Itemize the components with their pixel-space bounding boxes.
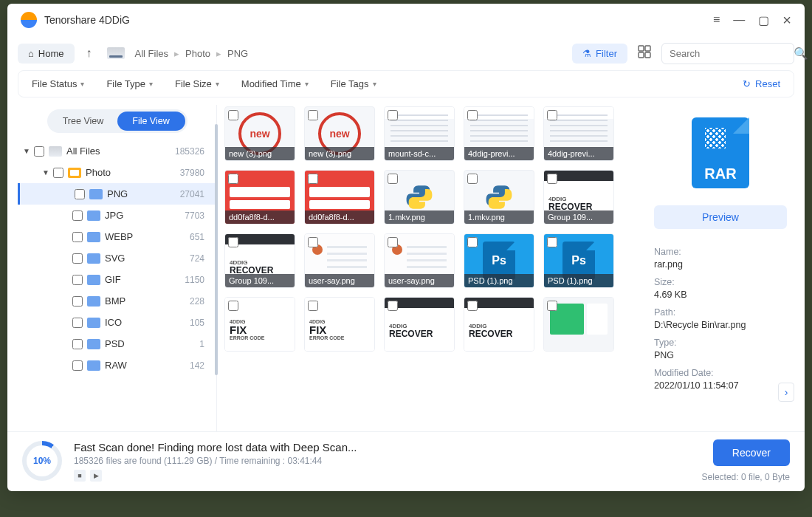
tree-checkbox[interactable] xyxy=(72,296,83,307)
tree-row-raw[interactable]: RAW142 xyxy=(18,355,216,376)
tree-checkbox[interactable] xyxy=(72,318,83,328)
tree-row-psd[interactable]: PSD1 xyxy=(18,333,216,355)
filter-file-size[interactable]: File Size▾ xyxy=(175,78,219,89)
up-button[interactable]: ↑ xyxy=(80,44,98,63)
thumbnail[interactable]: dd0fa8f8-d... xyxy=(304,170,375,225)
thumb-checkbox[interactable] xyxy=(228,110,238,120)
thumbnail[interactable]: newnew (3).png xyxy=(224,106,295,161)
stop-scan-button[interactable]: ■ xyxy=(74,470,86,482)
file-tree: ▼All Files185326▼Photo37980PNG27041JPG77… xyxy=(18,140,216,431)
thumb-checkbox[interactable] xyxy=(547,110,557,120)
tree-row-gif[interactable]: GIF1150 xyxy=(18,269,216,290)
thumb-checkbox[interactable] xyxy=(467,174,478,184)
thumbnail[interactable]: dd0fa8f8-d... xyxy=(224,170,295,225)
tree-row-bmp[interactable]: BMP228 xyxy=(18,290,216,312)
tree-checkbox[interactable] xyxy=(53,168,63,178)
thumbnail[interactable]: 4DDIGRECOVERGroup 109... xyxy=(224,233,295,288)
thumbnail[interactable]: 4ddig-previ... xyxy=(543,106,614,161)
thumb-checkbox[interactable] xyxy=(388,174,398,184)
expand-icon[interactable]: ▼ xyxy=(41,168,50,177)
filter-file-tags[interactable]: File Tags▾ xyxy=(331,78,376,89)
thumb-checkbox[interactable] xyxy=(228,301,238,311)
thumb-checkbox[interactable] xyxy=(388,237,398,247)
preview-button[interactable]: Preview xyxy=(654,205,787,229)
filter-file-status[interactable]: File Status▾ xyxy=(32,78,84,89)
home-button[interactable]: ⌂ Home xyxy=(18,44,75,64)
tree-row-photo[interactable]: ▼Photo37980 xyxy=(18,162,216,183)
maximize-icon[interactable]: ▢ xyxy=(758,13,769,27)
reset-button[interactable]: ↻ Reset xyxy=(743,78,780,89)
grid-icon xyxy=(638,45,651,58)
tree-checkbox[interactable] xyxy=(72,253,83,264)
tree-count: 1150 xyxy=(185,275,210,285)
thumb-checkbox[interactable] xyxy=(547,237,557,247)
tree-checkbox[interactable] xyxy=(72,275,83,285)
thumb-checkbox[interactable] xyxy=(388,110,398,120)
next-button[interactable]: › xyxy=(778,383,794,402)
preview-panel: RAR Preview Name: rar.png Size: 4.69 KB … xyxy=(647,105,794,431)
tree-row-all-files[interactable]: ▼All Files185326 xyxy=(18,140,216,162)
thumb-checkbox[interactable] xyxy=(547,301,557,311)
thumb-checkbox[interactable] xyxy=(308,110,318,120)
tree-row-svg[interactable]: SVG724 xyxy=(18,247,216,269)
tree-checkbox[interactable] xyxy=(72,339,83,349)
thumbnail[interactable]: newnew (3).png xyxy=(304,106,375,161)
thumbnail[interactable]: PsPSD (1).png xyxy=(543,233,614,288)
tree-checkbox[interactable] xyxy=(34,146,44,157)
thumbnail[interactable]: 4ddig-previ... xyxy=(464,106,534,161)
search-box[interactable]: 🔍 xyxy=(661,43,794,64)
folder-icon xyxy=(87,210,100,221)
thumb-checkbox[interactable] xyxy=(308,174,318,184)
tree-checkbox[interactable] xyxy=(72,232,83,242)
thumbnail[interactable]: 4DDIGFIXERROR CODE xyxy=(224,297,295,352)
close-icon[interactable]: × xyxy=(782,12,791,29)
tree-row-webp[interactable]: WEBP651 xyxy=(18,226,216,247)
thumbnail[interactable]: user-say.png xyxy=(384,233,455,288)
recover-button[interactable]: Recover xyxy=(713,439,790,466)
thumb-checkbox[interactable] xyxy=(308,237,318,247)
crumb-photo[interactable]: Photo xyxy=(185,48,210,59)
expand-icon[interactable]: ▼ xyxy=(22,147,31,155)
filter-file-type[interactable]: File Type▾ xyxy=(106,78,153,89)
thumbnail[interactable]: 4DDIGRECOVERGroup 109... xyxy=(543,170,614,225)
thumbnail[interactable]: user-say.png xyxy=(304,233,375,288)
thumb-checkbox[interactable] xyxy=(467,237,478,247)
thumbnail[interactable]: PsPSD (1).png xyxy=(464,233,534,288)
tree-checkbox[interactable] xyxy=(72,360,83,371)
thumbnail-grid-wrap: newnew (3).pngnewnew (3).pngmount-sd-c..… xyxy=(224,105,639,431)
tree-label: GIF xyxy=(105,274,121,285)
tree-row-ico[interactable]: ICO105 xyxy=(18,312,216,333)
tree-row-jpg[interactable]: JPG7703 xyxy=(18,205,216,226)
search-input[interactable] xyxy=(670,48,794,59)
file-view-button[interactable]: File View xyxy=(117,112,185,131)
thumbnail[interactable] xyxy=(543,297,614,352)
minimize-icon[interactable]: — xyxy=(733,13,745,27)
crumb-png[interactable]: PNG xyxy=(227,48,248,59)
thumbnail[interactable]: 1.mkv.png xyxy=(384,170,455,225)
thumb-checkbox[interactable] xyxy=(228,174,238,184)
thumbnail[interactable]: 4DDIGRECOVER xyxy=(384,297,455,352)
menu-icon[interactable]: ≡ xyxy=(713,13,720,27)
thumb-checkbox[interactable] xyxy=(467,301,478,311)
tree-row-png[interactable]: PNG27041 xyxy=(18,183,216,205)
folder-icon xyxy=(87,360,100,371)
thumb-checkbox[interactable] xyxy=(388,301,398,311)
crumb-all-files[interactable]: All Files xyxy=(135,48,169,59)
tree-view-button[interactable]: Tree View xyxy=(49,112,117,131)
thumb-checkbox[interactable] xyxy=(308,301,318,311)
thumbnail[interactable]: 1.mkv.png xyxy=(464,170,534,225)
play-scan-button[interactable]: ▶ xyxy=(90,470,102,482)
filter-modified-time[interactable]: Modified Time▾ xyxy=(241,78,309,89)
thumbnail[interactable]: 4DDIGRECOVER xyxy=(464,297,534,352)
tree-checkbox[interactable] xyxy=(72,210,83,221)
thumb-caption: new (3).png xyxy=(225,147,295,160)
grid-view-button[interactable] xyxy=(633,41,656,66)
thumbnail[interactable]: 4DDIGFIXERROR CODE xyxy=(304,297,375,352)
tree-checkbox[interactable] xyxy=(75,189,85,199)
thumb-checkbox[interactable] xyxy=(547,174,557,184)
filter-button[interactable]: ⚗ Filter xyxy=(572,44,627,64)
thumb-checkbox[interactable] xyxy=(228,237,238,247)
thumb-checkbox[interactable] xyxy=(467,110,478,120)
folder-icon xyxy=(87,339,100,349)
thumbnail[interactable]: mount-sd-c... xyxy=(384,106,455,161)
